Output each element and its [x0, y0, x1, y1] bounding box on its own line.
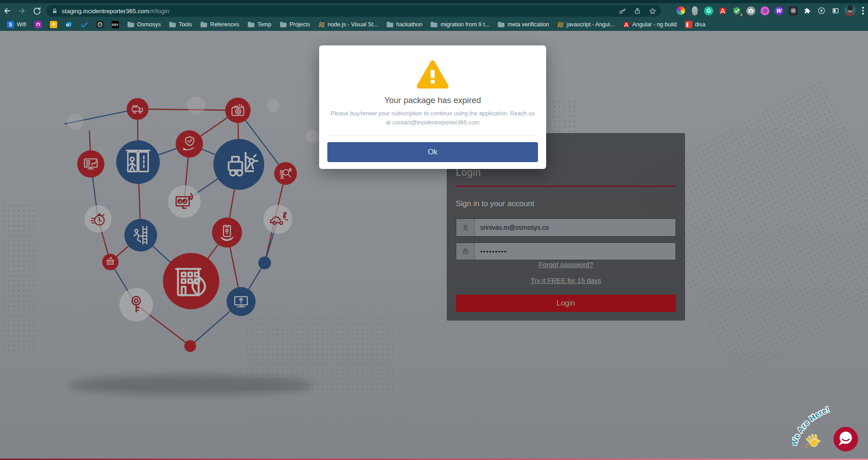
gauge-favicon: [96, 21, 104, 28]
address-bar[interactable]: staging.incidentreporter365.com/#/login: [46, 5, 661, 17]
folder-icon: [386, 21, 394, 28]
check-favicon: [81, 21, 88, 28]
bookmark-angular-ng-build[interactable]: Angular - ng build: [620, 20, 680, 30]
angular-favicon: [623, 21, 630, 28]
bookmark-icon-only[interactable]: [93, 20, 107, 30]
extensions-row: G3W: [676, 3, 867, 18]
green-g-extension-icon[interactable]: G: [704, 6, 714, 16]
outlook-favicon: [65, 21, 73, 28]
bookmark-star-icon[interactable]: [648, 7, 656, 15]
side-panel-toggle-icon[interactable]: [830, 6, 840, 16]
bookmark-references[interactable]: References: [197, 20, 242, 29]
bookmark-meta-verification[interactable]: meta verification: [494, 20, 552, 29]
bookmark-node-js-visual-st[interactable]: node.js - Visual St...: [315, 20, 381, 30]
folder-icon: [498, 21, 505, 28]
bookmark-temp[interactable]: Temp: [244, 20, 275, 29]
url-text: staging.incidentreporter365.com/#/login: [62, 8, 169, 15]
folder-icon: [430, 21, 438, 28]
bookmark-icon-only[interactable]: [47, 20, 60, 30]
bookmark-label: Angular - ng build: [632, 21, 677, 28]
bookmark-label: disa: [695, 21, 705, 28]
camera-extension-icon[interactable]: [746, 6, 756, 16]
bookmark-label: hackathon: [396, 21, 423, 28]
folder-icon: [169, 21, 176, 28]
back-button[interactable]: [1, 5, 14, 17]
ok-button[interactable]: Ok: [327, 142, 538, 162]
back-arrow-icon: [3, 6, 12, 15]
saved-passwords-key-icon[interactable]: [618, 7, 626, 15]
bookmark-disa[interactable]: disa: [682, 20, 709, 30]
bookmark-label: Wifi: [17, 21, 26, 28]
pink-power-extension-icon[interactable]: [760, 6, 770, 16]
bookmarks-bar: SWifiDEVOsmosysToolsReferencesTempProjec…: [0, 18, 868, 31]
lightning-circle-extension-icon[interactable]: [816, 6, 826, 16]
js-tutorial-favicon: [318, 21, 325, 28]
bulb-favicon: [50, 21, 57, 28]
site-security-lock-icon[interactable]: [52, 8, 58, 14]
purple-w-extension-icon[interactable]: W: [774, 6, 784, 16]
bookmark-icon-only[interactable]: [62, 20, 76, 30]
browser-menu-icon[interactable]: [860, 7, 866, 14]
bookmark-icon-only[interactable]: DEV: [108, 20, 122, 30]
bookmark-label: migration from 9 t...: [440, 21, 489, 28]
window-title-strip: [0, 0, 868, 3]
dev-favicon: DEV: [112, 21, 119, 28]
bookmark-label: javascript - Angul...: [567, 21, 615, 28]
profile-avatar[interactable]: [844, 5, 856, 16]
folder-icon: [280, 21, 287, 28]
extensions-puzzle-icon[interactable]: [802, 6, 812, 16]
folder-icon: [247, 21, 255, 28]
modal-divider: [328, 135, 538, 135]
bookmark-osmosys[interactable]: Osmosys: [124, 20, 164, 29]
forward-arrow-icon: [17, 6, 26, 15]
purple-monster-favicon: [35, 21, 42, 28]
color-wheel-extension-icon[interactable]: [676, 6, 686, 16]
react-devtools-extension-icon[interactable]: [788, 6, 798, 16]
folder-icon: [127, 21, 134, 28]
bookmark-label: node.js - Visual St...: [328, 21, 378, 28]
s-favicon: S: [7, 21, 14, 28]
bookmark-label: Osmosys: [137, 21, 161, 28]
bookmark-wifi[interactable]: SWifi: [4, 20, 30, 30]
waving-hand-icon: [802, 432, 822, 450]
share-icon[interactable]: [633, 7, 641, 15]
bookmark-migration-from-9-t[interactable]: migration from 9 t...: [427, 20, 493, 29]
url-path: /#/login: [149, 8, 169, 15]
bookmark-label: Projects: [290, 21, 310, 28]
bookmark-label: References: [210, 21, 239, 28]
bookmark-label: Temp: [257, 21, 271, 28]
bookmark-hackathon[interactable]: hackathon: [383, 20, 426, 29]
bookmark-tools[interactable]: Tools: [166, 20, 195, 29]
bookmark-javascript-angul[interactable]: javascript - Angul...: [554, 20, 618, 30]
bookmark-icon-only[interactable]: [31, 20, 45, 30]
angular-shield-extension-icon[interactable]: [718, 6, 728, 16]
warning-triangle-icon: [416, 60, 449, 90]
bookmark-icon-only[interactable]: [78, 20, 91, 30]
chat-bubble-button[interactable]: [833, 427, 858, 451]
red-box-favicon: [685, 21, 692, 28]
modal-title: Your package has expired: [319, 95, 546, 105]
bookmark-label: Tools: [179, 21, 192, 28]
browser-toolbar: staging.incidentreporter365.com/#/login …: [0, 3, 868, 18]
bookmark-projects[interactable]: Projects: [276, 20, 313, 29]
chat-widget: We Are Here!: [792, 400, 863, 455]
url-host: staging.incidentreporter365.com: [62, 8, 149, 15]
page-content: Login Sign in to your account Forgot pas…: [0, 31, 868, 460]
js-tutorial-favicon: [557, 21, 564, 28]
bookmark-label: meta verification: [508, 21, 549, 28]
reload-icon: [33, 7, 41, 15]
green-shield-check-extension-icon[interactable]: 3: [732, 6, 742, 16]
package-expired-modal: Your package has expired Please buy/rene…: [319, 45, 546, 169]
forward-button[interactable]: [15, 5, 28, 17]
gray-capsule-extension-icon[interactable]: [690, 6, 700, 16]
modal-body-text: Please buy/renew your subscription to co…: [319, 109, 546, 127]
reload-button[interactable]: [30, 5, 43, 17]
folder-icon: [200, 21, 207, 28]
extension-badge: 3: [740, 13, 743, 17]
